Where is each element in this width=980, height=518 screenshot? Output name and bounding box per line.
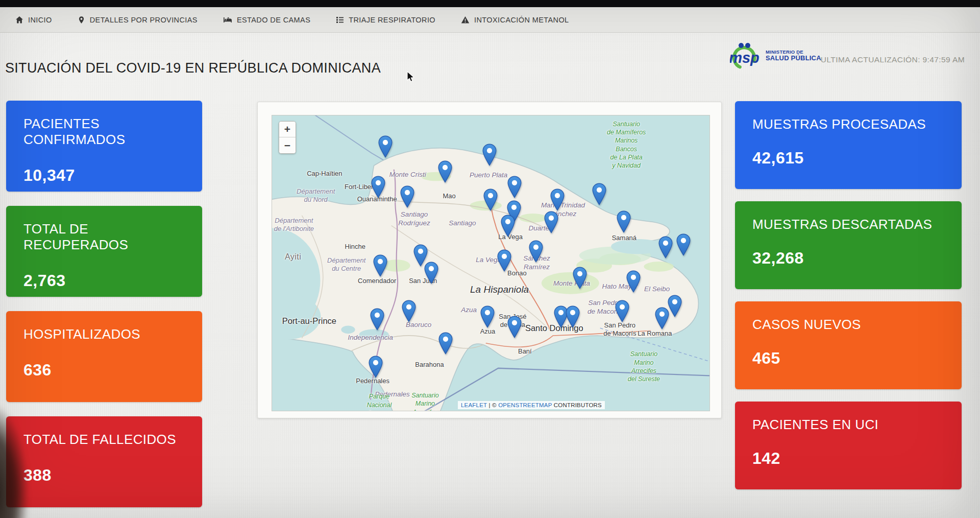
map-marker-pin[interactable] bbox=[500, 215, 516, 239]
bed-icon bbox=[223, 16, 232, 24]
main-navbar: INICIODETALLES POR PROVINCIASESTADO DE C… bbox=[0, 7, 980, 33]
attribution-copyright: © bbox=[492, 402, 498, 408]
map-marker-pin[interactable] bbox=[437, 160, 453, 185]
map-marker-pin[interactable] bbox=[543, 211, 559, 236]
map-marker-pin[interactable] bbox=[658, 236, 674, 261]
map-marker-pin[interactable] bbox=[372, 254, 388, 279]
page-title: SITUACIÓN DEL COVID-19 EN REPÚBLICA DOMI… bbox=[5, 60, 381, 76]
map-marker-pin[interactable] bbox=[479, 305, 495, 330]
map-marker-pin[interactable] bbox=[565, 305, 580, 330]
map-marker-pin[interactable] bbox=[482, 189, 498, 213]
zoom-out-button[interactable]: − bbox=[279, 137, 296, 153]
openstreetmap-link[interactable]: OPENSTREETMAP bbox=[498, 402, 552, 408]
map-marker-pin[interactable] bbox=[371, 176, 386, 200]
nav-item-detalles-por-provincias[interactable]: DETALLES POR PROVINCIAS bbox=[78, 16, 198, 24]
map-marker-pin[interactable] bbox=[625, 270, 641, 295]
map-card: Cap-HaïtienFort-LibertéOuanamintheDépart… bbox=[257, 102, 722, 418]
stat-label: TOTAL DE FALLECIDOS bbox=[23, 432, 185, 448]
stat-card-muestras-descartadas: MUESTRAS DESCARTADAS32,268 bbox=[735, 201, 962, 289]
last-update-timestamp: ULTIMA ACTUALIZACIÓN: 9:47:59 AM bbox=[821, 55, 965, 64]
attribution-separator: | bbox=[487, 402, 492, 408]
stat-card-total-de-fallecidos: TOTAL DE FALLECIDOS388 bbox=[6, 416, 202, 507]
stat-value: 388 bbox=[23, 466, 185, 485]
stat-value: 32,268 bbox=[752, 249, 944, 268]
nav-item-estado-de-camas[interactable]: ESTADO DE CAMAS bbox=[223, 16, 310, 24]
stat-card-hospitalizados: HOSPITALIZADOS636 bbox=[6, 311, 202, 402]
map-marker-pin[interactable] bbox=[549, 189, 565, 213]
stat-card-total-de-recuperados: TOTAL DE RECUPERADOS2,763 bbox=[6, 206, 202, 297]
map-marker-pin[interactable] bbox=[369, 308, 385, 333]
stat-card-pacientes-en-uci: PACIENTES EN UCI142 bbox=[735, 402, 962, 489]
map-marker-pin[interactable] bbox=[399, 185, 415, 210]
map-marker-pin[interactable] bbox=[423, 262, 439, 286]
stat-value: 465 bbox=[752, 349, 944, 368]
nav-item-triaje-respiratorio[interactable]: TRIAJE RESPIRATORIO bbox=[336, 16, 435, 24]
home-icon bbox=[15, 16, 23, 24]
map-marker-pin[interactable] bbox=[616, 210, 632, 235]
stat-label: PACIENTES CONFIRMADOS bbox=[23, 116, 185, 148]
stat-label: TOTAL DE RECUPERADOS bbox=[23, 221, 185, 253]
map-marker-pin[interactable] bbox=[676, 233, 692, 258]
msp-logo-text: MINISTERIO DE SALUD PÚBLICA bbox=[766, 50, 821, 62]
photo-top-bezel bbox=[0, 0, 980, 7]
msp-logo: msp MINISTERIO DE SALUD PÚBLICA bbox=[730, 41, 821, 70]
mouse-cursor bbox=[407, 71, 418, 83]
stat-label: MUESTRAS DESCARTADAS bbox=[752, 217, 944, 232]
attribution-suffix: CONTRIBUTORS bbox=[552, 402, 602, 408]
map-zoom-control: + − bbox=[279, 121, 296, 154]
stat-value: 42,615 bbox=[752, 149, 944, 168]
nav-item-label: DETALLES POR PROVINCIAS bbox=[90, 16, 198, 24]
warning-icon bbox=[461, 16, 470, 24]
map-marker-pin[interactable] bbox=[528, 240, 544, 265]
map-marker-pin[interactable] bbox=[377, 135, 393, 160]
map-marker-pin[interactable] bbox=[592, 183, 607, 207]
nav-item-label: ESTADO DE CAMAS bbox=[237, 16, 310, 24]
stat-label: HOSPITALIZADOS bbox=[23, 326, 185, 342]
nav-item-label: INTOXICACIÓN METANOL bbox=[474, 16, 569, 24]
leaflet-link[interactable]: LEAFLET bbox=[461, 402, 487, 408]
nav-item-label: TRIAJE RESPIRATORIO bbox=[349, 16, 435, 24]
stat-value: 2,763 bbox=[23, 271, 185, 290]
map-marker-pin[interactable] bbox=[572, 267, 588, 291]
stat-label: MUESTRAS PROCESADAS bbox=[752, 116, 944, 132]
map-marker-pin[interactable] bbox=[615, 300, 630, 324]
stat-value: 10,347 bbox=[23, 166, 185, 185]
map-marker-pin[interactable] bbox=[667, 295, 683, 319]
nav-item-inicio[interactable]: INICIO bbox=[15, 16, 52, 24]
dashboard-screen: INICIODETALLES POR PROVINCIASESTADO DE C… bbox=[0, 0, 980, 518]
map[interactable]: Cap-HaïtienFort-LibertéOuanamintheDépart… bbox=[272, 115, 710, 411]
nav-item-label: INICIO bbox=[28, 16, 52, 24]
svg-text:msp: msp bbox=[730, 50, 760, 66]
zoom-in-button[interactable]: + bbox=[279, 122, 296, 137]
stat-value: 636 bbox=[23, 361, 185, 380]
stat-label: PACIENTES EN UCI bbox=[752, 417, 944, 433]
map-marker-pin[interactable] bbox=[438, 332, 454, 357]
stat-label: CASOS NUEVOS bbox=[752, 317, 944, 333]
map-marker-icon bbox=[78, 16, 85, 24]
map-marker-pin[interactable] bbox=[401, 300, 417, 324]
map-marker-pin[interactable] bbox=[481, 144, 497, 168]
map-marker-pin[interactable] bbox=[497, 249, 512, 274]
msp-logo-icon: msp bbox=[730, 41, 762, 70]
stat-card-pacientes-confirmados: PACIENTES CONFIRMADOS10,347 bbox=[6, 101, 202, 192]
map-marker-pin[interactable] bbox=[368, 356, 384, 380]
stat-card-muestras-procesadas: MUESTRAS PROCESADAS42,615 bbox=[735, 101, 962, 189]
map-marker-pin[interactable] bbox=[506, 316, 522, 340]
stat-value: 142 bbox=[752, 449, 944, 468]
photo-foreground-person bbox=[0, 406, 28, 518]
map-marker-pin[interactable] bbox=[506, 176, 522, 200]
map-attribution: LEAFLET | © OPENSTREETMAP CONTRIBUTORS bbox=[458, 401, 605, 409]
stat-card-casos-nuevos: CASOS NUEVOS465 bbox=[735, 301, 962, 389]
list-icon bbox=[336, 16, 344, 24]
nav-item-intoxicacion-metanol[interactable]: INTOXICACIÓN METANOL bbox=[461, 16, 569, 24]
